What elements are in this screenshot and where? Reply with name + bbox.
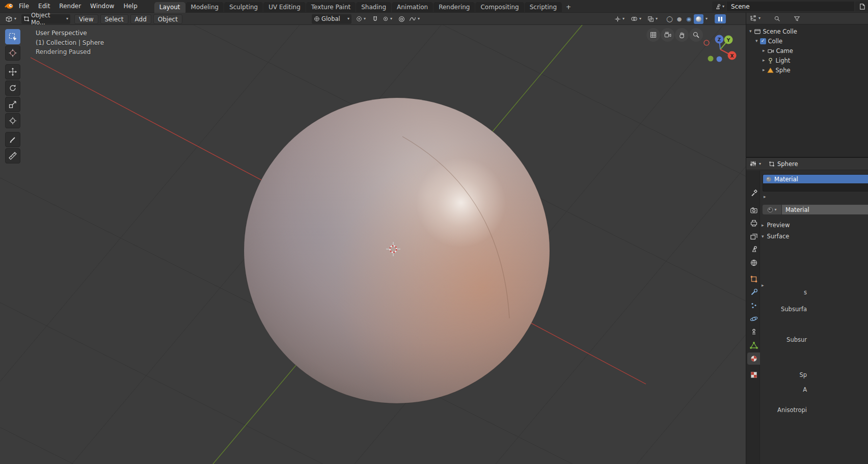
shading-rendered-button[interactable] xyxy=(694,14,703,24)
scene-name-field[interactable]: Scene xyxy=(727,2,854,11)
preview-panel-header[interactable]: ▸ Preview xyxy=(762,222,790,229)
show-gizmo-dropdown[interactable]: ▾ xyxy=(612,14,627,24)
tool-rotate-button[interactable] xyxy=(5,80,20,96)
add-workspace-button[interactable]: + xyxy=(562,2,575,13)
snap-toggle[interactable] xyxy=(370,14,381,24)
tab-shading[interactable]: Shading xyxy=(356,2,391,13)
add-menu[interactable]: Add xyxy=(130,14,151,24)
props-tab-output[interactable] xyxy=(747,217,760,229)
shading-wireframe-button[interactable]: ◯ xyxy=(665,14,674,24)
tool-annotate-button[interactable] xyxy=(5,132,20,147)
props-tab-object[interactable] xyxy=(747,273,760,285)
shading-material-button[interactable]: ◉ xyxy=(684,14,694,24)
props-tab-physics[interactable] xyxy=(747,313,760,325)
axis-gizmo[interactable]: Z Y X xyxy=(700,31,741,72)
tab-rendering[interactable]: Rendering xyxy=(433,2,475,13)
tool-move-button[interactable] xyxy=(5,64,20,79)
select-menu[interactable]: Select xyxy=(100,14,128,24)
blender-logo-icon[interactable] xyxy=(4,2,14,10)
orthographic-grid-button[interactable] xyxy=(646,28,660,42)
material-slot-item[interactable]: Material xyxy=(763,175,868,183)
shading-solid-button[interactable]: ● xyxy=(674,14,684,24)
editor-type-button[interactable]: ▾ xyxy=(3,14,18,24)
sphere-object[interactable] xyxy=(244,98,550,403)
tool-cursor-button[interactable] xyxy=(5,45,20,61)
shading-options-dropdown[interactable]: ▾ xyxy=(706,17,708,21)
view-menu[interactable]: View xyxy=(74,14,98,24)
tab-compositing[interactable]: Compositing xyxy=(475,2,524,13)
material-slot-list[interactable]: Material xyxy=(763,174,868,192)
expand-arrow-icon[interactable]: ▾ xyxy=(749,29,752,34)
tool-select-box-button[interactable] xyxy=(5,29,20,44)
outliner-item-light[interactable]: ▸ Light xyxy=(763,56,790,65)
collection-checkbox[interactable]: ✓ xyxy=(760,38,766,44)
viewport-canvas[interactable] xyxy=(0,25,746,464)
chevron-down-icon: ▾ xyxy=(622,17,625,21)
pan-view-button[interactable] xyxy=(675,28,689,42)
outliner-item-collection[interactable]: ▾ ✓ Colle xyxy=(755,36,782,46)
expand-arrow-icon[interactable]: ▸ xyxy=(763,58,765,63)
props-tab-material[interactable] xyxy=(747,352,760,365)
camera-view-button[interactable] xyxy=(661,28,674,42)
falloff-dropdown[interactable]: ▾ xyxy=(407,14,422,24)
expand-arrow-icon[interactable]: ▸ xyxy=(763,68,765,72)
slot-list-grip-icon[interactable]: ▸ xyxy=(764,195,766,199)
tab-uv-editing[interactable]: UV Editing xyxy=(263,2,306,13)
tab-texture-paint[interactable]: Texture Paint xyxy=(306,2,356,13)
tab-layout[interactable]: Layout xyxy=(154,2,185,13)
props-tab-render[interactable] xyxy=(747,204,760,216)
menu-help[interactable]: Help xyxy=(119,0,142,12)
outliner-search-icon[interactable] xyxy=(774,15,780,22)
menu-render[interactable]: Render xyxy=(55,0,86,12)
snap-settings-dropdown[interactable]: ▾ xyxy=(381,14,394,24)
props-tab-object-data[interactable] xyxy=(747,339,760,351)
viewport-3d[interactable]: User Perspective (1) Collection | Sphere… xyxy=(0,25,746,464)
menu-edit[interactable]: Edit xyxy=(34,0,55,12)
tab-sculpting[interactable]: Sculpting xyxy=(224,2,263,13)
props-tab-constraints[interactable] xyxy=(747,326,760,338)
menu-file[interactable]: File xyxy=(14,0,34,12)
props-tab-modifiers[interactable] xyxy=(747,286,760,298)
material-name-field[interactable]: Material xyxy=(782,205,868,214)
props-tab-scene[interactable] xyxy=(747,243,760,255)
tab-modeling[interactable]: Modeling xyxy=(186,2,224,13)
browse-material-button[interactable]: ▾ xyxy=(763,205,781,214)
tab-animation[interactable]: Animation xyxy=(392,2,433,13)
outliner-filter-icon[interactable] xyxy=(794,15,800,22)
scene-browse-button[interactable]: ▾ xyxy=(712,2,726,11)
properties-tab-strip xyxy=(746,171,760,464)
properties-editor-icon[interactable] xyxy=(750,160,756,167)
props-tab-view-layer[interactable] xyxy=(747,230,760,242)
pivot-dropdown[interactable]: ▾ xyxy=(354,14,368,24)
overlays-icon xyxy=(631,16,638,22)
expand-arrow-icon[interactable]: ▾ xyxy=(755,39,758,43)
render-pause-button[interactable] xyxy=(715,14,726,23)
chevron-down-icon: ▾ xyxy=(418,17,420,21)
proportional-editing-toggle[interactable] xyxy=(396,14,407,24)
outliner-editor-icon[interactable] xyxy=(749,15,756,22)
outliner-item-sphere[interactable]: ▸ Sphe xyxy=(763,65,791,75)
tool-measure-button[interactable] xyxy=(5,148,20,163)
outliner-item-camera[interactable]: ▸ Came xyxy=(763,46,793,56)
xray-toggle[interactable]: ▾ xyxy=(645,14,660,24)
tool-scale-button[interactable] xyxy=(5,97,20,112)
props-tab-particles[interactable] xyxy=(747,299,760,312)
outliner-item-scene-collection[interactable]: ▾ Scene Colle xyxy=(749,26,797,36)
props-tab-tool[interactable] xyxy=(747,187,760,199)
new-scene-button[interactable] xyxy=(855,2,868,11)
expand-arrow-icon[interactable]: ▸ xyxy=(763,48,765,53)
props-tab-texture[interactable] xyxy=(747,369,760,381)
mode-dropdown[interactable]: Object Mo... ▾ xyxy=(21,14,70,24)
chevron-down-icon: ▾ xyxy=(347,17,349,21)
orientation-dropdown[interactable]: Global ▾ xyxy=(312,14,351,24)
object-menu[interactable]: Object xyxy=(153,14,182,24)
gizmo-icon xyxy=(614,16,621,22)
subpanel-arrow-icon[interactable]: ▸ xyxy=(762,283,764,288)
props-tab-world[interactable] xyxy=(747,257,760,269)
show-overlays-dropdown[interactable]: ▾ xyxy=(629,14,643,24)
tab-scripting[interactable]: Scripting xyxy=(525,2,562,13)
tool-transform-button[interactable] xyxy=(5,113,20,128)
surface-panel-header[interactable]: ▾ Surface xyxy=(762,233,789,240)
menu-window[interactable]: Window xyxy=(86,0,119,12)
prop-label-subsurface-2: Subsur xyxy=(786,336,807,343)
